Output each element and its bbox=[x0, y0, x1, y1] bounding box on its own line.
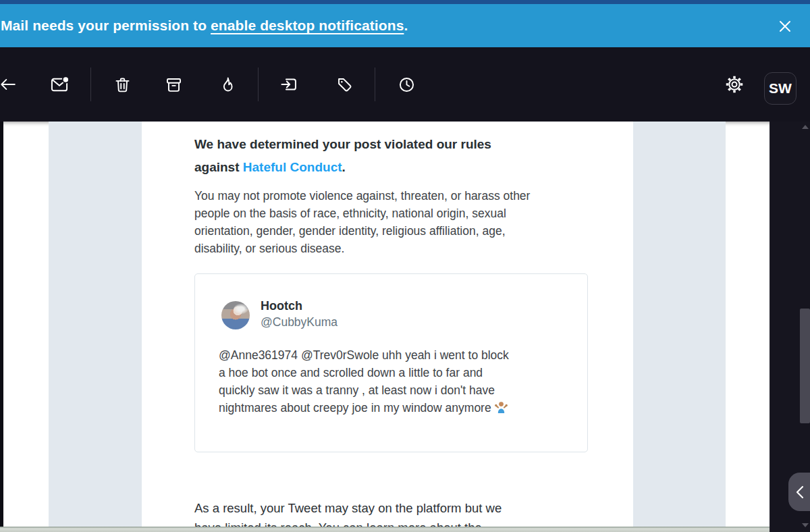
enable-notifications-link[interactable]: enable desktop notifications bbox=[211, 18, 404, 33]
notification-banner: Mail needs your permission to enable des… bbox=[0, 4, 810, 47]
tweet-text: @Anne361974 @Trev0rSwole uhh yeah i went… bbox=[219, 346, 564, 418]
horizontal-scrollbar[interactable] bbox=[0, 527, 770, 532]
scrollbar-gutter bbox=[770, 122, 810, 532]
back-button[interactable] bbox=[0, 75, 17, 94]
hateful-conduct-link[interactable]: Hateful Conduct bbox=[243, 160, 342, 174]
man-shrugging-emoji bbox=[494, 400, 508, 418]
tweet-author-avatar bbox=[221, 301, 250, 329]
scroll-up-arrow[interactable] bbox=[802, 125, 809, 129]
flame-icon bbox=[219, 76, 237, 94]
tag-icon bbox=[335, 76, 354, 94]
archive-icon bbox=[165, 76, 183, 94]
back-arrow-icon bbox=[0, 76, 16, 93]
snooze-button[interactable] bbox=[397, 75, 416, 94]
chevron-left-icon bbox=[794, 485, 807, 500]
close-icon bbox=[779, 20, 791, 32]
tweet-author-name: Hootch bbox=[261, 299, 302, 313]
mail-toolbar: SW bbox=[0, 47, 810, 122]
banner-close-button[interactable] bbox=[776, 18, 794, 35]
mark-unread-icon bbox=[50, 75, 69, 94]
vertical-scrollbar-thumb[interactable] bbox=[800, 309, 810, 423]
move-to-folder-button[interactable] bbox=[279, 75, 298, 94]
heading-line1: We have determined your post violated ou… bbox=[194, 137, 491, 151]
banner-text-suffix: . bbox=[404, 18, 408, 33]
heading-line2: against bbox=[194, 160, 243, 174]
mark-unread-button[interactable] bbox=[50, 75, 69, 94]
message-view: We have determined your post violated ou… bbox=[0, 122, 810, 532]
toolbar-separator bbox=[90, 68, 91, 101]
toolbar-separator bbox=[375, 68, 375, 101]
delete-button[interactable] bbox=[113, 75, 132, 94]
clock-icon bbox=[398, 76, 416, 94]
closing-line: As a result, your Tweet may stay on the … bbox=[194, 501, 599, 516]
left-window-edge bbox=[0, 122, 3, 527]
trash-icon bbox=[113, 76, 132, 94]
side-panel-toggle[interactable] bbox=[788, 473, 810, 511]
email-left-rail bbox=[49, 122, 142, 527]
clipped-line: have limited its reach. You can learn mo… bbox=[194, 521, 599, 527]
account-avatar[interactable]: SW bbox=[764, 72, 796, 105]
email-body: We have determined your post violated ou… bbox=[142, 122, 633, 527]
burn-spam-button[interactable] bbox=[218, 75, 237, 94]
reading-pane: We have determined your post violated ou… bbox=[3, 122, 770, 527]
settings-button[interactable] bbox=[725, 75, 744, 94]
tweet-text-lines: @Anne361974 @Trev0rSwole uhh yeah i went… bbox=[219, 348, 509, 415]
heading-period: . bbox=[342, 160, 346, 174]
tweet-author-handle: @CubbyKuma bbox=[261, 315, 338, 329]
policy-paragraph: You may not promote violence against, th… bbox=[194, 187, 594, 257]
scroll-down-arrow[interactable] bbox=[802, 523, 809, 527]
toolbar-separator bbox=[258, 68, 259, 101]
archive-button[interactable] bbox=[164, 75, 183, 94]
gear-icon bbox=[725, 74, 744, 95]
label-button[interactable] bbox=[335, 75, 354, 94]
banner-message: Mail needs your permission to enable des… bbox=[0, 18, 408, 34]
quoted-tweet-card: Hootch @CubbyKuma @Anne361974 @Trev0rSwo… bbox=[194, 273, 588, 452]
move-to-folder-icon bbox=[279, 75, 298, 94]
email-right-rail bbox=[633, 122, 726, 527]
avatar-detail bbox=[234, 304, 248, 314]
avatar-initials: SW bbox=[769, 80, 792, 97]
banner-text-prefix: Mail needs your permission to bbox=[1, 18, 211, 33]
violation-heading: We have determined your post violated ou… bbox=[194, 133, 591, 179]
